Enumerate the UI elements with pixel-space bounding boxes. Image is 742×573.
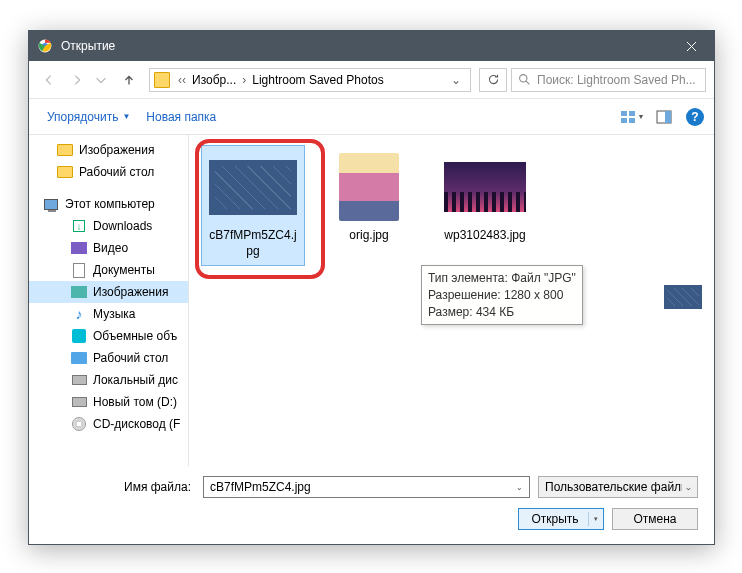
tree-item-new-volume[interactable]: Новый том (D:): [29, 391, 188, 413]
chevron-right-icon: ›: [238, 73, 250, 87]
tree-item-videos[interactable]: Видео: [29, 237, 188, 259]
window-title: Открытие: [61, 39, 669, 53]
svg-rect-8: [665, 111, 671, 123]
tree-item-cd-drive[interactable]: CD-дисковод (F: [29, 413, 188, 435]
view-options-button[interactable]: ▼: [616, 105, 648, 129]
chrome-icon: [37, 38, 53, 54]
open-button[interactable]: Открыть: [518, 508, 604, 530]
file-thumbnail: [439, 152, 531, 222]
tree-item-downloads[interactable]: ↓Downloads: [29, 215, 188, 237]
dialog-footer: Имя файла: cB7fMPm5ZC4.jpg ⌄ Пользовател…: [29, 466, 714, 544]
tree-item-desktop[interactable]: Рабочий стол: [29, 161, 188, 183]
tree-item-local-disk[interactable]: Локальный дис: [29, 369, 188, 391]
new-folder-button[interactable]: Новая папка: [138, 99, 224, 134]
navigation-tree[interactable]: Изображения Рабочий стол Этот компьютер …: [29, 135, 189, 466]
folder-icon: [154, 72, 170, 88]
file-item[interactable]: cB7fMPm5ZC4.jpg: [201, 145, 305, 266]
filetype-combobox[interactable]: Пользовательские файлы (*.jf ⌵: [538, 476, 698, 498]
command-bar: Упорядочить▼ Новая папка ▼ ?: [29, 99, 714, 135]
file-name: orig.jpg: [349, 228, 388, 244]
file-name: cB7fMPm5ZC4.jpg: [206, 228, 300, 259]
tree-item-pictures-2[interactable]: Изображения: [29, 281, 188, 303]
cancel-button[interactable]: Отмена: [612, 508, 698, 530]
tree-item-documents[interactable]: Документы: [29, 259, 188, 281]
tree-item-desktop-2[interactable]: Рабочий стол: [29, 347, 188, 369]
refresh-button[interactable]: [479, 68, 507, 92]
svg-rect-3: [621, 111, 627, 116]
organize-menu[interactable]: Упорядочить▼: [39, 99, 138, 134]
file-item[interactable]: orig.jpg: [317, 145, 421, 251]
preview-pane-button[interactable]: [648, 105, 680, 129]
filename-combobox[interactable]: cB7fMPm5ZC4.jpg ⌄: [203, 476, 530, 498]
nav-row: ‹‹ Изобр... › Lightroom Saved Photos ⌄ П…: [29, 61, 714, 99]
open-file-dialog: Открытие ‹‹ Изобр... › Lightroom Saved P…: [28, 30, 715, 545]
file-name: wp3102483.jpg: [444, 228, 525, 244]
tree-item-3dobjects[interactable]: Объемные объ: [29, 325, 188, 347]
breadcrumb-item[interactable]: Lightroom Saved Photos: [250, 73, 385, 87]
breadcrumb[interactable]: ‹‹ Изобр... › Lightroom Saved Photos ⌄: [149, 68, 471, 92]
forward-button[interactable]: [65, 68, 89, 92]
file-thumbnail: [207, 152, 299, 222]
svg-rect-5: [621, 118, 627, 123]
file-tooltip: Тип элемента: Файл "JPG" Разрешение: 128…: [421, 265, 583, 325]
titlebar: Открытие: [29, 31, 714, 61]
filename-label: Имя файла:: [45, 480, 195, 494]
preview-pane-thumb: [664, 285, 702, 309]
svg-rect-4: [629, 111, 635, 116]
file-thumbnail: [323, 152, 415, 222]
tree-item-pictures[interactable]: Изображения: [29, 139, 188, 161]
search-placeholder: Поиск: Lightroom Saved Ph...: [537, 73, 696, 87]
tree-item-music[interactable]: ♪Музыка: [29, 303, 188, 325]
help-button[interactable]: ?: [686, 108, 704, 126]
dialog-body: Изображения Рабочий стол Этот компьютер …: [29, 135, 714, 466]
chevron-right-icon: ‹‹: [174, 73, 190, 87]
chevron-down-icon: ⌄: [516, 483, 523, 492]
file-list-area[interactable]: cB7fMPm5ZC4.jpg orig.jpg wp3102483.jpg Т…: [189, 135, 714, 466]
filename-value: cB7fMPm5ZC4.jpg: [210, 480, 311, 494]
breadcrumb-dropdown[interactable]: ⌄: [446, 73, 466, 87]
svg-point-2: [520, 75, 527, 82]
search-input[interactable]: Поиск: Lightroom Saved Ph...: [511, 68, 706, 92]
breadcrumb-item[interactable]: Изобр...: [190, 73, 238, 87]
chevron-down-icon: ⌵: [686, 483, 691, 492]
file-item[interactable]: wp3102483.jpg: [433, 145, 537, 251]
history-dropdown[interactable]: [89, 68, 113, 92]
close-button[interactable]: [669, 31, 714, 61]
svg-rect-6: [629, 118, 635, 123]
tree-item-thispc[interactable]: Этот компьютер: [29, 193, 188, 215]
back-button[interactable]: [37, 68, 61, 92]
up-button[interactable]: [117, 68, 141, 92]
